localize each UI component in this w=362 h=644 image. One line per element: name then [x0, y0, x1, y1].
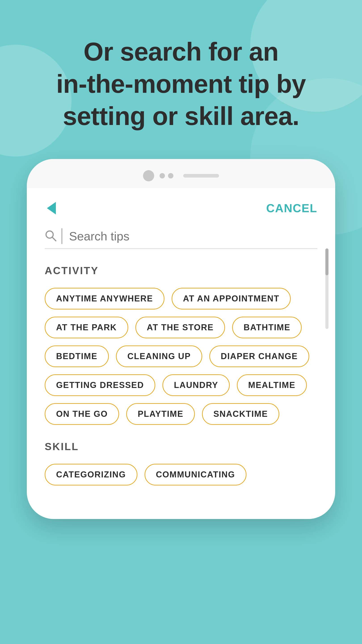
search-input[interactable]	[69, 229, 317, 243]
back-button[interactable]	[45, 202, 58, 215]
skill-tag[interactable]: CATEGORIZING	[45, 464, 137, 486]
skill-tags-container: CATEGORIZINGCOMMUNICATING	[45, 464, 317, 486]
skill-section: SKILL CATEGORIZINGCOMMUNICATING	[45, 440, 317, 486]
activity-tag[interactable]: AT AN APPOINTMENT	[172, 288, 291, 310]
cancel-button[interactable]: CANCEL	[266, 202, 317, 215]
activity-tag[interactable]: ANYTIME ANYWHERE	[45, 288, 164, 310]
activity-tag[interactable]: AT THE PARK	[45, 317, 128, 338]
activity-tag[interactable]: ON THE GO	[45, 403, 119, 425]
nav-bar: CANCEL	[45, 202, 317, 215]
activity-tag[interactable]: AT THE STORE	[135, 317, 225, 338]
skill-tag[interactable]: COMMUNICATING	[145, 464, 247, 486]
back-chevron-icon	[47, 202, 56, 214]
activity-tag[interactable]: PLAYTIME	[126, 403, 195, 425]
activity-tag[interactable]: LAUNDRY	[162, 374, 230, 396]
activity-tag[interactable]: CLEANING UP	[116, 346, 202, 367]
scroll-thumb[interactable]	[325, 248, 329, 275]
activity-tag[interactable]: GETTING DRESSED	[45, 374, 155, 396]
phone-speaker	[183, 174, 219, 178]
phone-dot-2	[168, 173, 173, 178]
activity-tags-container: ANYTIME ANYWHEREAT AN APPOINTMENTAT THE …	[45, 288, 317, 425]
search-bar[interactable]	[45, 228, 317, 249]
svg-line-1	[52, 237, 56, 241]
skill-section-label: SKILL	[45, 440, 317, 452]
activity-tag[interactable]: BEDTIME	[45, 346, 109, 367]
phone-mockup: CANCEL ACTIVITY ANYTIME ANYWHEREAT AN AP…	[27, 159, 335, 519]
phone-dot-1	[160, 173, 165, 178]
phone-dots	[160, 173, 173, 178]
phone-screen: CANCEL ACTIVITY ANYTIME ANYWHEREAT AN AP…	[27, 188, 335, 486]
phone-camera	[143, 170, 154, 181]
activity-tag[interactable]: DIAPER CHANGE	[209, 346, 309, 367]
scroll-indicator[interactable]	[325, 248, 329, 329]
phone-top-bar	[27, 159, 335, 188]
activity-tag[interactable]: BATHTIME	[232, 317, 302, 338]
header-title: Or search for an in-the-moment tip by se…	[56, 36, 306, 132]
search-icon	[45, 230, 57, 243]
activity-tag[interactable]: MEALTIME	[237, 374, 307, 396]
activity-tag[interactable]: SNACKTIME	[202, 403, 279, 425]
search-divider	[61, 228, 62, 244]
header-section: Or search for an in-the-moment tip by se…	[25, 36, 337, 132]
activity-section-label: ACTIVITY	[45, 264, 317, 276]
